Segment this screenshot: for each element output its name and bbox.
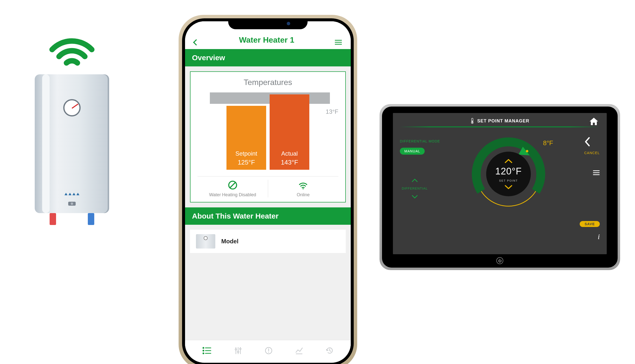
- svg-point-25: [526, 150, 528, 152]
- nav-settings-icon[interactable]: [234, 346, 242, 356]
- svg-point-3: [203, 348, 204, 348]
- status-online: Online: [268, 180, 339, 198]
- setpoint-manager-title: SET POINT MANAGER: [470, 118, 529, 124]
- svg-point-10: [235, 349, 237, 350]
- diff-up-icon[interactable]: [412, 176, 418, 184]
- hot-pipe: [50, 213, 56, 225]
- bar-setpoint-label: Setpoint: [235, 150, 257, 157]
- status-heating: Water Heating Disabled: [197, 180, 268, 198]
- bar-actual-label: Actual: [281, 150, 298, 157]
- dial-indicator-value: 8°F: [543, 139, 553, 147]
- status-row: Water Heating Disabled: [197, 176, 338, 198]
- nav-history-icon[interactable]: [326, 346, 334, 356]
- nav-alert-icon[interactable]: [264, 346, 273, 356]
- diff-down-icon[interactable]: [412, 193, 418, 200]
- info-icon[interactable]: i: [598, 232, 600, 241]
- svg-point-14: [240, 348, 241, 350]
- about-section-header: About This Water Heater: [185, 208, 351, 225]
- back-arrow-icon[interactable]: [584, 137, 600, 149]
- phone-screen: Water Heater 1 Overview Temperatures 13°…: [185, 21, 351, 363]
- save-button[interactable]: SAVE: [580, 221, 600, 227]
- page-title: Water Heater 1: [239, 36, 294, 44]
- model-label: Model: [221, 238, 238, 245]
- cancel-button[interactable]: CANCEL: [584, 151, 600, 155]
- dial-up-icon[interactable]: [504, 158, 513, 164]
- dial-sub: SET POINT: [499, 179, 518, 182]
- scale-label: 13°F: [326, 108, 338, 115]
- left-panel: DIFFERENTIAL MODE MANUAL DIFFERENTIAL: [400, 132, 449, 200]
- bottom-nav: [185, 340, 351, 362]
- svg-point-12: [237, 351, 239, 352]
- phone-notch: [228, 18, 307, 29]
- tablet-screen: SET POINT MANAGER DIFFERENTIAL MODE MANU…: [393, 113, 607, 254]
- bar-actual: Actual 143°F: [270, 94, 309, 170]
- overview-card: Temperatures 13°F Setpoint 125°F Actual …: [190, 71, 346, 202]
- dial-temperature: 120°F: [495, 166, 522, 177]
- cold-pipe: [88, 213, 94, 225]
- status-heating-label: Water Heating Disabled: [209, 192, 256, 198]
- phone-mockup: Water Heater 1 Overview Temperatures 13°…: [179, 15, 357, 364]
- water-heater-illustration: [25, 30, 119, 213]
- heater-body: [35, 74, 109, 213]
- back-icon[interactable]: [193, 39, 199, 45]
- bar-setpoint: Setpoint 125°F: [226, 106, 266, 170]
- heater-thumb-icon: [196, 234, 215, 248]
- overview-section-header: Overview: [185, 49, 351, 66]
- svg-point-17: [268, 352, 269, 352]
- tablet-menu-icon[interactable]: [593, 170, 600, 177]
- differential-label: DIFFERENTIAL: [402, 186, 428, 190]
- setpoint-dial[interactable]: 8°F 120°F SET POINT: [466, 132, 551, 216]
- bar-setpoint-value: 125°F: [238, 158, 255, 166]
- dial-center: 120°F SET POINT: [486, 152, 531, 196]
- mode-pill[interactable]: MANUAL: [400, 148, 425, 154]
- temperatures-title: Temperatures: [197, 78, 338, 87]
- tablet-mockup: SET POINT MANAGER DIFFERENTIAL MODE MANU…: [380, 104, 620, 270]
- about-card[interactable]: Model: [190, 230, 346, 253]
- svg-point-2: [303, 188, 304, 189]
- wifi-small-icon: [298, 180, 308, 190]
- svg-point-7: [203, 353, 204, 354]
- home-icon[interactable]: [589, 117, 599, 127]
- differential-mode-label: DIFFERENTIAL MODE: [400, 139, 449, 143]
- dial-down-icon[interactable]: [504, 184, 513, 190]
- svg-line-1: [230, 182, 235, 188]
- nav-chart-icon[interactable]: [295, 346, 303, 356]
- nav-overview-icon[interactable]: [202, 346, 212, 356]
- thermometer-icon: [470, 118, 474, 124]
- bar-actual-value: 143°F: [281, 158, 298, 166]
- differential-stepper: DIFFERENTIAL: [400, 176, 430, 200]
- svg-point-5: [203, 350, 204, 351]
- temperatures-chart: 13°F Setpoint 125°F Actual 143°F: [197, 90, 338, 170]
- gauge-icon: [63, 99, 81, 116]
- svg-point-21: [472, 122, 473, 123]
- menu-icon[interactable]: [335, 40, 342, 44]
- power-icon[interactable]: [496, 257, 503, 264]
- disabled-icon: [227, 180, 238, 190]
- wifi-icon: [47, 30, 97, 67]
- status-online-label: Online: [297, 192, 309, 198]
